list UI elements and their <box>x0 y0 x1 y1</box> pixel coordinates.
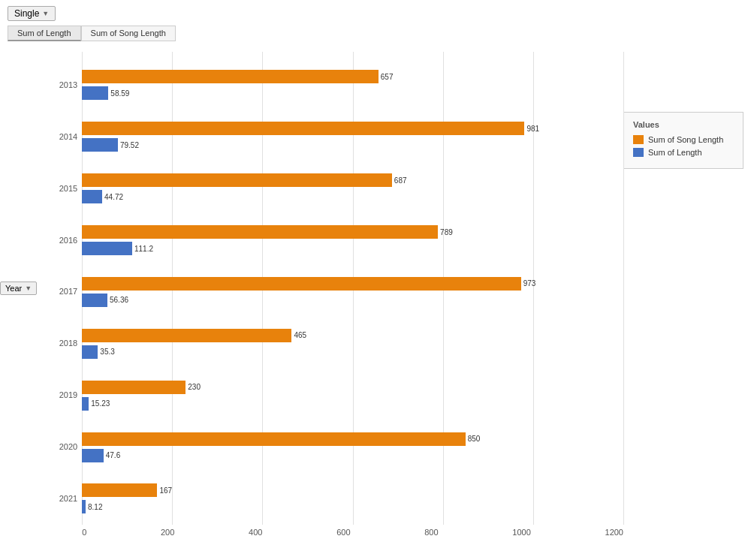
orange-bar-2017 <box>82 277 520 291</box>
single-dropdown[interactable]: Single ▼ <box>8 6 56 21</box>
bar-group-2016: 789111.2 <box>82 224 623 256</box>
blue-bar-row-2020: 47.6 <box>82 448 623 463</box>
blue-bar-2016 <box>82 242 132 255</box>
orange-bar-2016 <box>82 225 438 239</box>
x-tick-1000: 1000 <box>512 528 530 537</box>
single-dropdown-label: Single <box>14 8 39 19</box>
x-axis-labels: 020040060080010001200 <box>82 528 623 537</box>
orange-bar-label-2017: 973 <box>523 279 536 288</box>
blue-bar-row-2013: 58.59 <box>82 86 623 101</box>
orange-bar-label-2018: 465 <box>294 331 306 339</box>
orange-bar-2018 <box>82 329 291 342</box>
bar-group-2014: 98179.52 <box>82 121 623 152</box>
orange-bar-row-2019: 230 <box>82 380 623 395</box>
y-axis-label-2019: 2019 <box>37 391 77 399</box>
chart-body: 65758.5998179.5268744.72789111.297356.36… <box>82 52 623 547</box>
legend-label-length: Sum of Length <box>648 148 702 157</box>
blue-bar-row-2014: 79.52 <box>82 137 623 152</box>
orange-bar-label-2014: 981 <box>526 125 539 133</box>
chevron-down-icon: ▼ <box>42 10 49 17</box>
x-axis: 020040060080010001200 <box>82 525 623 547</box>
chart-area: Year ▼ 201320142015201620172018201920202… <box>0 44 751 555</box>
year-chevron-icon: ▼ <box>25 285 32 292</box>
orange-bar-label-2020: 850 <box>468 435 481 443</box>
x-tick-800: 800 <box>424 528 438 537</box>
x-tick-1200: 1200 <box>605 528 623 537</box>
year-dropdown[interactable]: Year ▼ <box>0 282 37 295</box>
blue-bar-row-2016: 111.2 <box>82 241 623 256</box>
legend-item-orange: Sum of Song Length <box>633 135 734 144</box>
orange-bar-row-2020: 850 <box>82 432 623 447</box>
bar-group-2017: 97356.36 <box>82 276 623 308</box>
orange-bar-2013 <box>82 70 379 83</box>
blue-bar-row-2019: 15.23 <box>82 396 623 411</box>
tab-sum-of-length[interactable]: Sum of Length <box>8 26 81 41</box>
blue-bar-2017 <box>82 294 107 307</box>
bar-group-2021: 1678.12 <box>82 483 623 514</box>
orange-bar-row-2021: 167 <box>82 483 623 498</box>
bar-group-2015: 68744.72 <box>82 173 623 204</box>
x-tick-600: 600 <box>336 528 350 537</box>
blue-bar-row-2015: 44.72 <box>82 189 623 204</box>
legend-tabs: Sum of Length Sum of Song Length <box>8 26 743 41</box>
y-axis-label-2021: 2021 <box>37 495 77 503</box>
bars-container: 65758.5998179.5268744.72789111.297356.36… <box>82 52 623 547</box>
legend-color-blue <box>633 148 644 157</box>
orange-bar-2021 <box>82 483 157 497</box>
y-axis-label-2015: 2015 <box>37 185 77 193</box>
orange-bar-label-2019: 230 <box>188 383 201 391</box>
orange-bar-label-2016: 789 <box>440 228 453 236</box>
blue-bar-2019 <box>82 397 89 411</box>
bar-group-2018: 46535.3 <box>82 328 623 360</box>
orange-bar-label-2013: 657 <box>381 73 394 81</box>
blue-bar-2021 <box>82 500 86 513</box>
y-axis-label-2017: 2017 <box>37 288 77 296</box>
tab-sum-of-song-length[interactable]: Sum of Song Length <box>81 26 176 41</box>
blue-bar-label-2021: 8.12 <box>88 503 102 511</box>
blue-bar-row-2021: 8.12 <box>82 499 623 514</box>
bar-group-2013: 65758.59 <box>82 69 623 101</box>
blue-bar-row-2017: 56.36 <box>82 293 623 308</box>
blue-bar-label-2019: 15.23 <box>91 399 110 408</box>
y-axis-label-2018: 2018 <box>37 339 77 348</box>
top-controls: Single ▼ Sum of Length Sum of Song Lengt… <box>0 0 751 44</box>
orange-bar-row-2016: 789 <box>82 224 623 239</box>
legend-label-song-length: Sum of Song Length <box>648 135 723 144</box>
bar-group-2019: 23015.23 <box>82 380 623 411</box>
orange-bar-2014 <box>82 122 524 135</box>
orange-bar-row-2014: 981 <box>82 121 623 136</box>
blue-bar-label-2015: 44.72 <box>104 193 123 201</box>
y-axis-label-2016: 2016 <box>37 236 77 245</box>
orange-bar-row-2013: 657 <box>82 69 623 84</box>
y-axis-label-2020: 2020 <box>37 443 77 451</box>
bar-group-2020: 85047.6 <box>82 432 623 463</box>
blue-bar-label-2014: 79.52 <box>120 141 139 149</box>
legend-box: Values Sum of Song Length Sum of Length <box>623 112 743 169</box>
x-tick-200: 200 <box>161 528 174 537</box>
year-dropdown-label: Year <box>5 284 22 293</box>
blue-bar-2014 <box>82 138 118 152</box>
legend-item-blue: Sum of Length <box>633 148 734 157</box>
blue-bar-label-2018: 35.3 <box>100 348 114 356</box>
x-tick-0: 0 <box>82 528 86 537</box>
blue-bar-2020 <box>82 449 104 462</box>
orange-bar-row-2015: 687 <box>82 173 623 188</box>
orange-bar-2020 <box>82 432 466 446</box>
blue-bar-2013 <box>82 86 108 100</box>
orange-bar-label-2015: 687 <box>394 176 407 185</box>
legend-color-orange <box>633 135 644 144</box>
blue-bar-label-2020: 47.6 <box>106 451 120 459</box>
orange-bar-row-2018: 465 <box>82 328 623 343</box>
blue-bar-label-2013: 58.59 <box>110 89 129 98</box>
x-tick-400: 400 <box>249 528 262 537</box>
blue-bar-label-2017: 56.36 <box>110 296 128 304</box>
blue-bar-label-2016: 111.2 <box>134 245 153 253</box>
blue-bar-2018 <box>82 345 98 359</box>
orange-bar-2019 <box>82 381 185 394</box>
blue-bar-2015 <box>82 190 102 203</box>
orange-bar-2015 <box>82 173 392 187</box>
legend-title: Values <box>633 120 734 129</box>
y-axis-labels: 201320142015201620172018201920202021 <box>37 52 82 547</box>
blue-bar-row-2018: 35.3 <box>82 345 623 360</box>
orange-bar-row-2017: 973 <box>82 276 623 291</box>
